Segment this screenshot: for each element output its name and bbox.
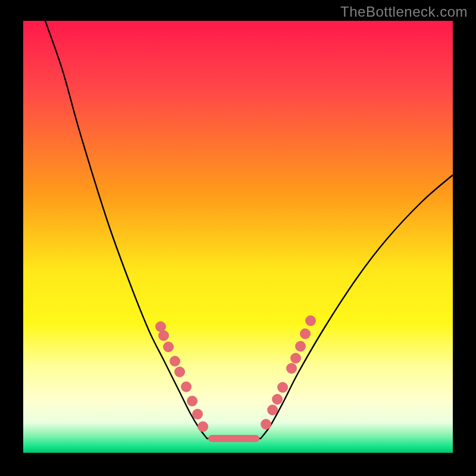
curve-dot xyxy=(300,328,311,339)
watermark-text: TheBottleneck.com xyxy=(340,4,468,20)
curve-dot xyxy=(295,341,306,352)
curve-dot xyxy=(187,396,198,406)
curve-dot xyxy=(305,315,316,326)
curve-dot xyxy=(158,330,169,341)
curve-dot xyxy=(290,353,301,364)
curve-dot xyxy=(267,405,278,415)
curve-dot xyxy=(198,421,208,432)
chart-stage: TheBottleneck.com xyxy=(0,0,476,476)
curve-dot xyxy=(170,356,180,367)
curve-dot xyxy=(272,394,283,405)
curve-dot xyxy=(174,367,185,377)
curve-dot xyxy=(163,342,174,352)
bottleneck-chart xyxy=(0,0,476,476)
flat-optimum-bar xyxy=(208,435,259,442)
curve-dot xyxy=(261,419,271,430)
curve-dot xyxy=(181,381,192,392)
curve-dot xyxy=(286,363,297,374)
curve-dot xyxy=(192,409,203,419)
curve-dot xyxy=(277,382,288,393)
